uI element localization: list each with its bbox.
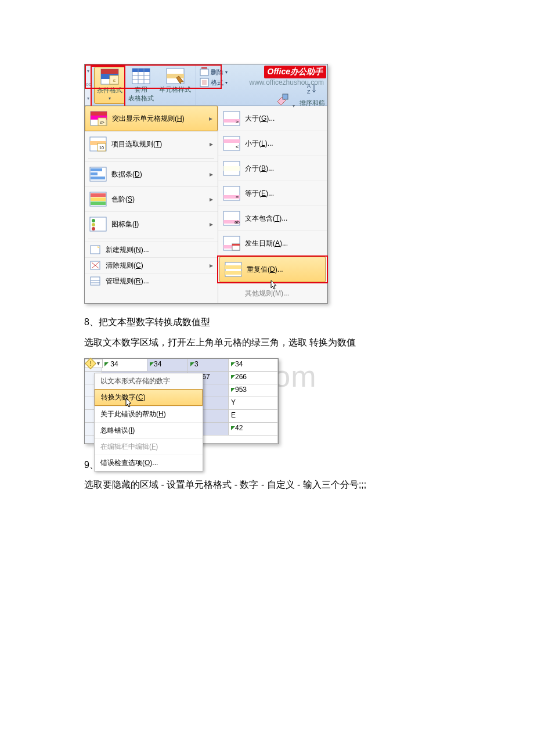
svg-rect-52	[223, 139, 240, 143]
svg-rect-45	[91, 277, 100, 285]
format-as-table-label: 套用 表格格式	[128, 85, 154, 103]
svg-rect-55	[223, 166, 240, 171]
date-occurring-item[interactable]: 发生日期(A)...	[218, 231, 327, 255]
step-9-body: 选取要隐藏的区域 - 设置单元格格式 - 数字 - 自定义 - 输入三个分号;;…	[84, 477, 476, 494]
equal-to-item[interactable]: = 等于(E)...	[218, 181, 327, 206]
cell-styles-label: 单元格样式	[159, 85, 191, 94]
error-help-item[interactable]: 关于此错误的帮助(H)	[95, 406, 203, 422]
svg-rect-36	[91, 201, 106, 205]
top-bottom-label: 项目选取规则(T)	[111, 139, 162, 149]
new-rule-label: 新建规则(N)...	[106, 245, 149, 255]
highlight-rules-icon: ≤>	[90, 111, 107, 126]
top-bottom-rules-item[interactable]: 10 项目选取规则(T)▸	[85, 131, 218, 156]
format-label: 格式	[211, 78, 223, 87]
format-as-table-button[interactable]: 套用 表格格式	[126, 67, 156, 104]
error-check-options-item[interactable]: 错误检查选项(O)...	[95, 455, 203, 471]
svg-rect-16	[202, 80, 207, 85]
manage-rules-item[interactable]: 管理规则(R)...	[85, 273, 218, 289]
svg-rect-32	[91, 177, 105, 179]
svg-rect-1	[101, 69, 118, 74]
more-rules-label: 其他规则(M)...	[245, 289, 289, 298]
green-triangle-icon	[104, 362, 109, 366]
svg-text:<: <	[236, 144, 239, 150]
svg-rect-67	[225, 265, 241, 269]
highlight-rules-submenu: > 大于(G)... < 小于(L)... 介于(B)... = 等于(E)..…	[218, 106, 327, 303]
top-bottom-icon: 10	[89, 136, 107, 152]
svg-rect-12	[167, 74, 184, 78]
error-smarttag[interactable]: ! ▼	[85, 359, 103, 368]
icon-sets-label: 图标集(I)	[111, 219, 139, 229]
cell[interactable]: ! ▼ 34	[102, 359, 147, 371]
svg-text:≤: ≤	[113, 78, 116, 83]
svg-rect-30	[91, 168, 102, 171]
format-icon	[200, 78, 209, 87]
new-rule-item[interactable]: 新建规则(N)...	[85, 242, 218, 257]
cell-value: 34	[110, 360, 118, 368]
color-scales-icon	[89, 192, 107, 207]
between-item[interactable]: 介于(B)...	[218, 156, 327, 181]
eq-label: 等于(E)...	[245, 189, 274, 199]
conditional-formatting-icon: ≤	[100, 69, 119, 85]
delete-icon	[200, 67, 209, 77]
highlight-rules-label: 突出显示单元格规则(H)	[112, 114, 185, 124]
convert-to-number-item[interactable]: 转换为数字(C)	[95, 389, 203, 406]
clear-rules-item[interactable]: 清除规则(C)▸	[85, 257, 218, 273]
highlight-rules-item[interactable]: ≤> 突出显示单元格规则(H) ▸	[85, 106, 218, 131]
lt-label: 小于(L)...	[245, 139, 273, 149]
conditional-formatting-label: 条件格式	[97, 86, 122, 95]
svg-rect-13	[200, 69, 208, 75]
ignore-error-item[interactable]: 忽略错误(I)	[95, 422, 203, 438]
gt-label: 大于(G)...	[245, 114, 275, 124]
duplicate-icon	[225, 262, 242, 277]
data-bars-icon	[89, 167, 107, 182]
data-bars-item[interactable]: 数据条(D)▸	[85, 161, 218, 186]
cell-value: 953	[235, 386, 247, 394]
excel-conditional-formatting-screenshot: ▾.00▾ ≤ 条件格式 ▾	[84, 64, 328, 304]
text-contains-item[interactable]: ab 文本包含(T)...	[218, 206, 327, 231]
svg-point-38	[92, 219, 95, 222]
gt-icon: >	[223, 111, 240, 126]
date-icon	[223, 236, 240, 251]
cell-value: 266	[235, 373, 247, 381]
between-icon	[223, 161, 240, 176]
cell-value: Y	[231, 398, 236, 406]
eq-icon: =	[223, 186, 240, 201]
cell-value: E	[231, 411, 236, 419]
submenu-arrow-icon: ▸	[209, 114, 212, 123]
between-label: 介于(B)...	[245, 164, 274, 174]
svg-rect-6	[132, 69, 150, 72]
duplicate-values-item[interactable]: 重复值(D)...	[219, 257, 326, 282]
svg-text:ab: ab	[234, 219, 240, 225]
icon-sets-item[interactable]: 图标集(I)▸	[85, 211, 218, 236]
svg-rect-21	[91, 111, 107, 116]
edit-in-formula-bar-item: 在编辑栏中编辑(F)	[95, 438, 203, 455]
brand-url: www.officezhushou.com	[249, 78, 324, 87]
cursor-icon	[125, 398, 134, 408]
contains-label: 文本包含(T)...	[245, 214, 287, 224]
svg-rect-65	[232, 244, 240, 246]
warning-icon: !	[85, 358, 96, 369]
clear-rules-icon	[89, 260, 101, 271]
conditional-formatting-button[interactable]: ≤ 条件格式 ▾	[94, 67, 125, 104]
svg-point-40	[92, 227, 95, 231]
icon-sets-icon	[89, 217, 107, 232]
svg-point-39	[92, 223, 95, 226]
clear-rules-label: 清除规则(C)	[106, 261, 143, 271]
svg-rect-68	[225, 271, 241, 275]
step-8-body: 选取文本数字区域，打开左上角单元格的绿三角，选取 转换为数值	[84, 334, 476, 351]
more-rules-item[interactable]: 其他规则(M)...	[218, 283, 327, 303]
svg-text:≤>: ≤>	[100, 120, 104, 124]
cell-styles-button[interactable]: 单元格样式	[157, 67, 193, 104]
conditional-formatting-menu: ≤> 突出显示单元格规则(H) ▸ 10 项目选取规则(T)▸ 数据条(D)▸ …	[85, 106, 327, 303]
color-scales-label: 色阶(S)	[111, 195, 135, 204]
greater-than-item[interactable]: > 大于(G)...	[218, 106, 327, 131]
cell-value: 34	[235, 360, 243, 368]
svg-text:10: 10	[99, 146, 104, 150]
svg-rect-35	[91, 197, 106, 201]
excel-convert-number-screenshot: ! ▼ 34 34 3 34 2667 266 32 953 Y	[84, 358, 279, 444]
cell-value: 42	[235, 424, 243, 432]
color-scales-item[interactable]: 色阶(S)▸	[85, 186, 218, 211]
svg-text:>: >	[236, 119, 239, 125]
svg-text:Z: Z	[307, 89, 311, 95]
less-than-item[interactable]: < 小于(L)...	[218, 131, 327, 156]
